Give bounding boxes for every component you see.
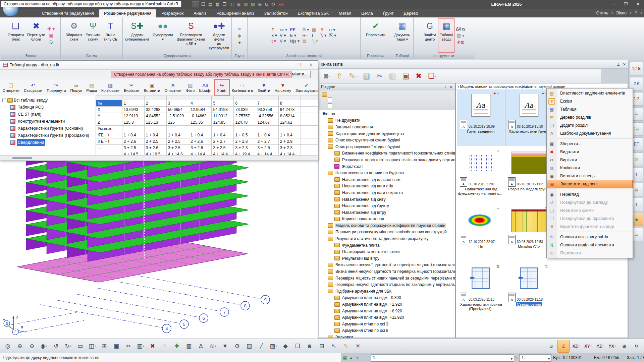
minimize-button[interactable]: — xyxy=(282,61,294,69)
analysis-icon[interactable]: R xyxy=(319,27,328,33)
input-tables-button[interactable]: ▦Таблиці вводу xyxy=(438,18,455,53)
list-button[interactable]: ≡ xyxy=(159,340,170,352)
corner-button[interactable]: ↖ xyxy=(328,340,339,352)
tree-item[interactable]: Конструктивні елементи xyxy=(0,118,96,125)
section-item[interactable]: Перевірка несучої здатності з'єднань по … xyxy=(319,281,455,288)
table-cell[interactable]: 94.2478 xyxy=(278,107,301,113)
diagonal-button[interactable]: ╱ xyxy=(256,340,267,352)
soil-body-icon[interactable]: ◆ xyxy=(236,33,243,38)
table-cell[interactable]: 1 + 0.4 xyxy=(256,132,278,138)
table-cell[interactable]: 1 + 0.5 xyxy=(234,132,256,138)
table-cell[interactable]: 2 + 2.5 xyxy=(166,138,189,145)
horizontal-scrollbar[interactable] xyxy=(0,155,318,161)
model-viewport[interactable]: 456789ZYXДГ xyxy=(0,160,318,339)
tab-дерево[interactable]: Дерево xyxy=(399,9,423,17)
table-cell[interactable]: 2 + 2.6 xyxy=(189,138,212,145)
menu-item-properties[interactable]: ▤Властивості виділених елементів xyxy=(547,89,633,97)
minus-grid-button[interactable]: ⊟ xyxy=(316,340,327,352)
section-item[interactable]: Платформні та контактні стики xyxy=(319,248,455,255)
section-item[interactable]: Армування плит на відм. +8.920 xyxy=(319,308,455,314)
to-report-button[interactable]: ↪У звіт xyxy=(214,79,230,96)
pin-icon[interactable]: ⊥ xyxy=(444,83,447,90)
table-cell[interactable]: 4 + 14.4 xyxy=(212,151,234,156)
menu-item-layout-selected[interactable]: ▣Зверстати виділені xyxy=(547,180,632,188)
menu-item-table[interactable]: ▦Таблиця xyxy=(547,105,633,113)
close-icon[interactable]: ✕ xyxy=(623,60,626,68)
close-button[interactable]: ✕ xyxy=(632,0,644,9)
change-fe-type-button[interactable]: TЗміна типу СЕ xyxy=(102,19,119,52)
table-cell[interactable]: 4 + 14.5 xyxy=(122,151,144,156)
section-item[interactable]: Навантаження та впливи на будівлю xyxy=(319,170,455,176)
section-item[interactable]: Навантаження від вітру xyxy=(319,209,455,216)
paste-button[interactable]: ▣Вставити xyxy=(142,80,162,95)
split-view-button[interactable]: ◫▾ xyxy=(87,340,98,352)
font-button[interactable]: AaШрифт xyxy=(197,80,214,95)
table-cell[interactable]: 4 + 19.5 xyxy=(144,151,166,156)
table-cell[interactable]: 4 + 14.4 xyxy=(278,151,301,156)
analysis-icon[interactable]: ⇱ ▾ xyxy=(328,33,338,38)
qat-overflow-button[interactable]: ⌄ xyxy=(192,1,199,7)
section-item[interactable]: Опис конструктивної схеми будівлі xyxy=(319,137,455,143)
soil-layers-icon[interactable]: ≋ xyxy=(236,26,243,32)
redo-button[interactable]: ↷Повернути xyxy=(45,80,68,95)
image-icon[interactable]: ▨ xyxy=(251,1,255,8)
tab-розширене-редагування[interactable]: Розширене редагування xyxy=(99,9,156,17)
menu-Вікно[interactable]: Вікно xyxy=(614,11,629,15)
fragment-button[interactable]: ▣ xyxy=(111,340,122,352)
new-button[interactable]: ❏Створити xyxy=(0,80,21,95)
copy-to-button[interactable]: ⇨Копіювати в xyxy=(230,80,256,95)
table-cell[interactable]: -0.14662 xyxy=(189,113,212,119)
add-superelement-button[interactable]: S✚Додати суперелемент xyxy=(124,19,151,52)
table-cell[interactable]: 3 + 2.6 xyxy=(144,145,166,151)
table-cell[interactable]: 124.67 xyxy=(256,119,278,126)
analysis-icon[interactable]: R₀ xyxy=(301,33,310,38)
export-button[interactable]: ⇧ xyxy=(333,70,345,82)
table-cell[interactable]: 2 + 2.7 xyxy=(212,138,234,145)
section-item[interactable]: Визначення коефіцієнта податливості гори… xyxy=(319,150,455,157)
analysis-icon[interactable]: V ▾ xyxy=(278,38,288,44)
doc3-icon[interactable]: ▣ xyxy=(236,1,240,8)
table-cell[interactable]: 124.78 xyxy=(234,119,256,126)
refresh-view-button[interactable]: ↻ xyxy=(631,340,642,352)
table-cell[interactable]: 4 + 14.6 xyxy=(166,151,189,156)
supernodes-button[interactable]: ●●Супервузли ▾ xyxy=(151,19,174,52)
analysis-icon[interactable]: x ▾ xyxy=(270,33,278,38)
copy-button[interactable]: ▥Копіювати xyxy=(99,80,121,95)
section-item[interactable]: Армування стіни по осі 3 xyxy=(319,321,455,327)
table-cell[interactable]: 6 xyxy=(234,100,256,107)
colorbar-pick-icon[interactable]: ▥ ▾ xyxy=(456,33,465,38)
table-cell[interactable] xyxy=(212,126,234,132)
find-center-button[interactable]: GЗнайти центр xyxy=(422,19,437,52)
delta-hs-icon[interactable]: Δ/hs xyxy=(456,26,465,32)
render-button[interactable]: ◙ xyxy=(304,340,315,352)
doc1-icon[interactable]: ❐ xyxy=(222,1,226,8)
add-supernode-nodes-button[interactable]: ●✚Додати вузли до супервузлів xyxy=(208,19,230,52)
table-cell[interactable]: 125.35 xyxy=(189,119,212,126)
menu-item-paste-end[interactable]: ▣Вставити в кінець xyxy=(547,172,633,180)
section-item[interactable]: Характеристики ділянки будівництва xyxy=(319,130,455,137)
cut-button[interactable]: ✂Вирізати xyxy=(122,80,142,95)
analysis-icon[interactable]: ▩ xyxy=(311,27,319,33)
documentation-button[interactable]: ▦Докумен- тація ▾ xyxy=(393,19,411,52)
section-item[interactable]: Навантаження від власної ваги xyxy=(319,176,455,183)
table-cell[interactable]: 4 xyxy=(189,100,212,107)
table-cell[interactable]: 50.6654 xyxy=(166,107,189,113)
close-button[interactable]: ✕ xyxy=(305,61,317,69)
table-cell[interactable]: 125.13 xyxy=(144,119,166,126)
table-cell[interactable]: 1 + 0.4 xyxy=(278,132,301,138)
table-cell[interactable]: 3 xyxy=(166,100,189,107)
table-cell[interactable]: 93.3758 xyxy=(256,107,278,113)
edit-note-button[interactable]: ✎▾ xyxy=(346,70,359,82)
copy-view-button[interactable]: ▥▾ xyxy=(135,340,146,352)
tc-icon[interactable]: ✳tc xyxy=(456,40,465,45)
unstitch-scheme-button[interactable]: ΨРозшити схему xyxy=(84,19,102,52)
section-item[interactable]: Армування стіни по осі 8 xyxy=(319,327,455,334)
scrollbar-thumb[interactable] xyxy=(12,157,32,159)
table-cell[interactable]: 124.85 xyxy=(212,119,234,126)
table-cell[interactable]: 1 + 0.4 xyxy=(144,132,166,138)
section-item[interactable]: Модель основи та розрахунок коефіцієнтів… xyxy=(319,222,455,229)
table-cell[interactable]: 2 + 2.6 xyxy=(122,138,144,145)
table-cell[interactable]: -2.51029 xyxy=(166,113,189,119)
table-cell[interactable]: 3 + 2.5 xyxy=(166,145,189,151)
grid-button[interactable]: ⊞ xyxy=(99,340,110,352)
